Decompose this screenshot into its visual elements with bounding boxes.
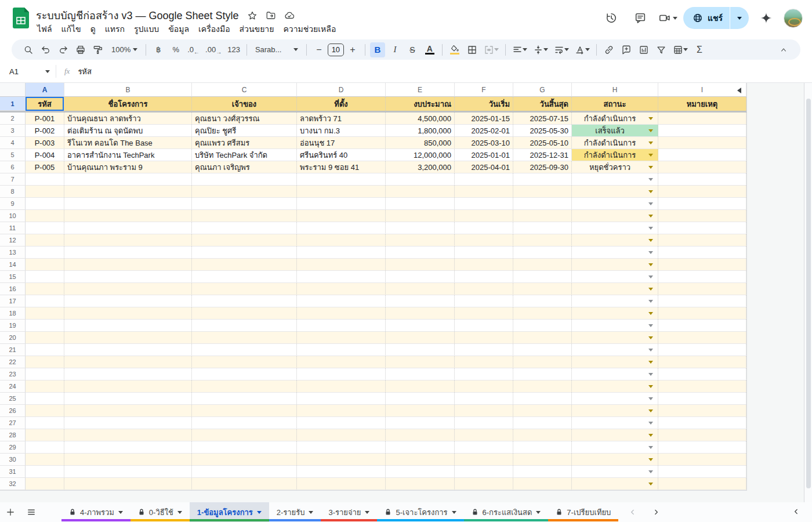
grid-cell[interactable] [64, 295, 192, 307]
header-cell-C[interactable]: เจ้าของ [192, 97, 297, 111]
grid-cell[interactable] [26, 320, 64, 332]
row-header-32[interactable]: 32 [0, 478, 26, 490]
grid-cell[interactable] [455, 283, 513, 295]
grid-cell[interactable] [658, 125, 746, 137]
grid-cell[interactable] [26, 234, 64, 246]
paint-format-icon[interactable] [90, 42, 106, 57]
increase-font-size-button[interactable]: + [345, 42, 360, 57]
grid-cell[interactable] [26, 405, 64, 417]
status-dropdown-icon[interactable] [648, 336, 653, 339]
grid-cell[interactable] [26, 173, 64, 186]
menu-item-2[interactable]: ดู [86, 21, 100, 37]
status-dropdown-icon[interactable] [648, 142, 653, 144]
insert-link-icon[interactable] [601, 42, 617, 57]
grid-cell[interactable]: 2025-03-10 [455, 137, 513, 149]
grid-cell[interactable] [26, 466, 64, 478]
formula-input[interactable]: รหัส [78, 66, 92, 78]
grid-cell[interactable] [26, 417, 64, 429]
grid-cell[interactable] [572, 368, 658, 380]
grid-cell[interactable] [513, 478, 572, 490]
grid-cell[interactable] [192, 271, 297, 283]
name-box[interactable]: A1 [0, 67, 56, 76]
meet-call-button[interactable] [658, 12, 677, 24]
menu-item-7[interactable]: ส่วนขยาย [235, 21, 279, 37]
grid-cell[interactable] [513, 210, 572, 222]
grid-cell[interactable] [572, 332, 658, 344]
row-header-4[interactable]: 4 [0, 137, 26, 149]
grid-cell[interactable] [572, 198, 658, 210]
grid-cell[interactable] [658, 259, 746, 271]
grid-cell[interactable] [26, 271, 64, 283]
grid-cell[interactable] [386, 234, 455, 246]
grid-cell[interactable] [513, 429, 572, 441]
grid-cell[interactable]: 12,000,000 [386, 149, 455, 161]
menu-item-3[interactable]: แทรก [100, 21, 129, 37]
grid-cell[interactable]: 2025-07-15 [513, 113, 572, 125]
grid-cell[interactable] [26, 356, 64, 368]
grid-cell[interactable] [192, 222, 297, 234]
row-header-20[interactable]: 20 [0, 332, 26, 344]
grid-cell[interactable] [658, 149, 746, 161]
grid-cell[interactable]: คุณนภา เจริญพร [192, 161, 297, 173]
grid-cell[interactable] [658, 405, 746, 417]
grid-cell[interactable] [658, 417, 746, 429]
status-dropdown-icon[interactable] [648, 288, 653, 291]
grid-cell[interactable] [192, 405, 297, 417]
grid-cell[interactable] [658, 161, 746, 173]
grid-cell[interactable]: P-005 [26, 161, 64, 173]
grid-cell[interactable] [192, 173, 297, 186]
grid-cell[interactable] [297, 380, 386, 393]
header-cell-D[interactable]: ที่ตั้ง [297, 97, 386, 111]
grid-cell[interactable] [297, 332, 386, 344]
grid-cell[interactable] [192, 417, 297, 429]
merge-cells-button[interactable] [482, 42, 501, 57]
more-formats-button[interactable]: 123 [226, 42, 242, 57]
grid-cell[interactable]: อ่อนนุช 17 [297, 137, 386, 149]
grid-cell[interactable] [513, 344, 572, 356]
grid-cell[interactable]: 1,800,000 [386, 125, 455, 137]
grid-cell[interactable] [572, 307, 658, 320]
grid-cell[interactable] [26, 210, 64, 222]
grid-cell[interactable] [658, 454, 746, 466]
grid-cell[interactable] [64, 454, 192, 466]
grid-cell[interactable] [192, 259, 297, 271]
grid-cell[interactable] [297, 356, 386, 368]
row-header-7[interactable]: 7 [0, 173, 26, 186]
strikethrough-button[interactable]: S [405, 42, 420, 57]
grid-cell[interactable] [192, 307, 297, 320]
grid-cell[interactable] [658, 210, 746, 222]
hide-toolbar-icon[interactable] [776, 42, 791, 57]
grid-cell[interactable] [297, 186, 386, 198]
column-header-E[interactable]: E [386, 83, 455, 97]
grid-cell[interactable] [455, 429, 513, 441]
grid-cell[interactable] [192, 454, 297, 466]
sheet-tab-4[interactable]: 3-รายจ่าย [321, 502, 377, 522]
grid-cell[interactable] [192, 332, 297, 344]
grid-cell[interactable] [658, 344, 746, 356]
grid-cell[interactable] [192, 466, 297, 478]
grid-cell[interactable] [513, 198, 572, 210]
grid-cell[interactable] [64, 210, 192, 222]
grid-cell[interactable] [386, 429, 455, 441]
print-icon[interactable] [73, 42, 88, 57]
sheets-logo-icon[interactable] [13, 8, 29, 28]
grid-cell[interactable] [64, 380, 192, 393]
grid-cell[interactable] [64, 441, 192, 454]
row-header-26[interactable]: 26 [0, 405, 26, 417]
status-dropdown-icon[interactable] [648, 227, 653, 230]
grid-cell[interactable] [386, 222, 455, 234]
status-dropdown-icon[interactable] [648, 190, 653, 193]
grid-cell[interactable] [455, 417, 513, 429]
grid-cell[interactable] [513, 417, 572, 429]
status-dropdown-icon[interactable] [648, 117, 653, 120]
status-dropdown-icon[interactable] [648, 324, 653, 327]
grid-cell[interactable] [572, 210, 658, 222]
decrease-font-size-button[interactable]: − [311, 42, 327, 57]
grid-cell[interactable] [297, 210, 386, 222]
grid-cell[interactable]: 2025-02-01 [455, 125, 513, 137]
status-dropdown-icon[interactable] [648, 458, 653, 461]
status-dropdown-icon[interactable] [648, 434, 653, 437]
row-header-29[interactable]: 29 [0, 441, 26, 454]
grid-cell[interactable]: อาคารสำนักงาน TechPark [64, 149, 192, 161]
grid-cell[interactable] [658, 137, 746, 149]
